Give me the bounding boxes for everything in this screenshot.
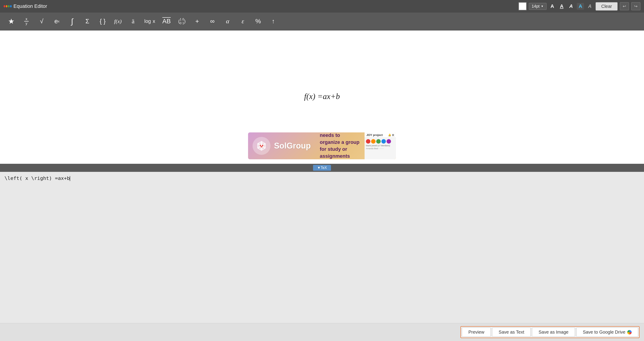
ad-banner: SolGroup needs to organize a groupfor st… [248, 132, 396, 159]
svg-point-9 [262, 145, 263, 146]
sym-exponent[interactable]: ex [50, 16, 64, 26]
app-title: Equation Editor [14, 3, 47, 9]
save-drive-label: Save to Google Drive [583, 330, 626, 335]
sym-percent[interactable]: % [252, 16, 265, 26]
svg-point-11 [260, 146, 261, 147]
ad-mockup: ✕ JOY project 🔔 ⚙ Marie joined (17 Membe… [364, 132, 396, 159]
sym-sqrt[interactable]: √ [35, 16, 48, 26]
ad-mockup-content: Marie joined (17 Members) Amanda liked ·… [364, 138, 396, 151]
svg-point-8 [260, 145, 261, 146]
logo-dot-red [4, 5, 6, 8]
sym-overline[interactable]: AB [160, 16, 173, 26]
logo-dot-blue [10, 5, 12, 8]
sym-log[interactable]: log x [142, 17, 158, 26]
redo-button[interactable]: ↪ [631, 2, 640, 10]
ad-logo-svg [255, 140, 268, 152]
sym-favorites[interactable]: ★ [4, 16, 18, 27]
ad-left: SolGroup [248, 133, 315, 158]
font-size-arrow: ▼ [541, 5, 544, 8]
logo-dot-green [8, 5, 10, 8]
symbol-bar: ★ x y √ ex ∫ Σ { } f(x) ä log x AB ( 1 0… [0, 12, 644, 30]
equation-display: f(x) =ax+b [304, 92, 340, 101]
bottom-bar: Preview Save as Text Save as Image Save … [0, 323, 644, 341]
ad-brand-name: SolGroup [274, 141, 311, 150]
action-button-group: Preview Save as Text Save as Image Save … [460, 326, 640, 338]
app-logo-icon [4, 4, 12, 9]
sym-plus-minus[interactable]: + [190, 16, 204, 26]
font-italic-btn[interactable]: A [568, 3, 575, 10]
top-bar: Equation Editor 14pt ▼ A A A A A Clear ↩… [0, 0, 644, 12]
font-size-selector[interactable]: 14pt ▼ [529, 3, 546, 10]
canvas-area[interactable]: f(x) =ax+b [0, 30, 644, 164]
preview-button[interactable]: Preview [462, 328, 491, 337]
logo-area: Equation Editor [4, 3, 47, 9]
tex-bar: ▼TeX [0, 164, 644, 172]
color-swatch[interactable] [518, 2, 526, 10]
sym-matrix[interactable]: ( 1 0 0 1 ) [175, 16, 189, 26]
svg-point-10 [261, 146, 262, 148]
sym-function[interactable]: f(x) [111, 17, 124, 26]
ad-tagline: needs to organize a groupfor study or as… [315, 132, 364, 159]
ad-logo-inner [255, 140, 268, 152]
svg-point-12 [262, 146, 263, 147]
font-bold-btn[interactable]: A [549, 3, 556, 10]
sym-fraction[interactable]: x y [20, 16, 33, 27]
sym-sum[interactable]: Σ [81, 16, 94, 26]
ad-close-icon[interactable]: ✕ [392, 133, 394, 138]
font-blue-btn[interactable]: A [577, 3, 584, 10]
tex-input-value: \left( x \right) =ax+b [4, 176, 70, 181]
fraction-symbol: x y [24, 17, 29, 25]
sym-alpha[interactable]: α [221, 16, 234, 26]
font-underline-btn[interactable]: A [558, 3, 565, 10]
clear-button[interactable]: Clear [596, 2, 618, 10]
tex-input-area[interactable]: \left( x \right) =ax+b [0, 172, 644, 190]
google-icon [627, 330, 632, 334]
sym-epsilon[interactable]: ε [236, 16, 250, 26]
spacer-area [0, 190, 644, 323]
save-to-drive-button[interactable]: Save to Google Drive [576, 328, 638, 337]
sym-infinity[interactable]: ∞ [206, 16, 219, 26]
ad-mockup-header: JOY project 🔔 ⚙ [364, 132, 396, 138]
top-bar-right: 14pt ▼ A A A A A Clear ↩ ↪ [518, 2, 640, 10]
tex-cursor [70, 176, 70, 181]
save-as-text-button[interactable]: Save as Text [492, 328, 530, 337]
tex-toggle-button[interactable]: ▼TeX [313, 165, 331, 171]
sym-arrow[interactable]: ↑ [267, 16, 280, 26]
sym-brackets[interactable]: { } [96, 16, 109, 26]
sym-accent[interactable]: ä [126, 16, 140, 26]
logo-dot-orange [6, 5, 8, 8]
undo-button[interactable]: ↩ [620, 2, 629, 10]
ad-logo [252, 137, 270, 155]
font-italic-light-btn[interactable]: A [586, 3, 593, 10]
save-as-image-button[interactable]: Save as Image [532, 328, 575, 337]
sym-integral[interactable]: ∫ [66, 16, 79, 27]
